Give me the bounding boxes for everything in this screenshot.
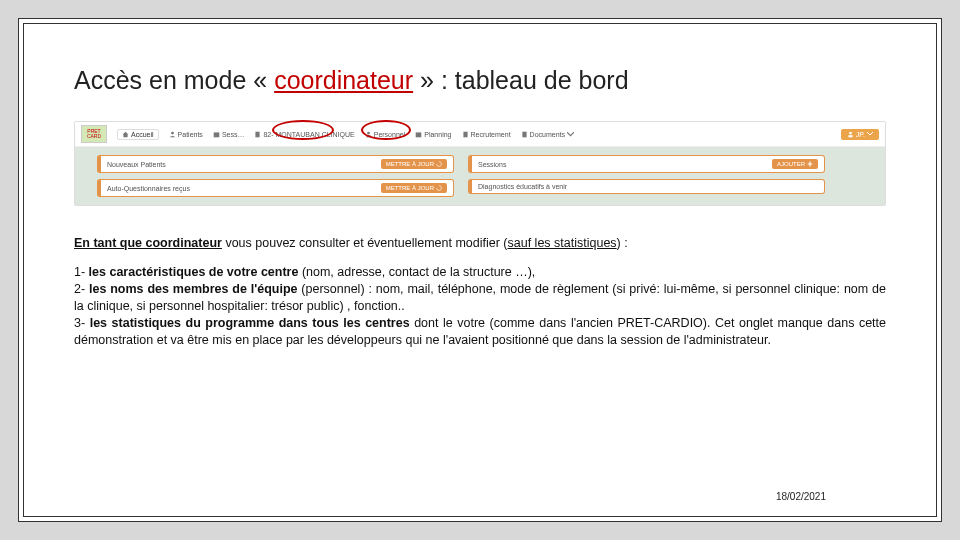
intro-paragraph: En tant que coordinateur vous pouvez con… <box>74 236 886 250</box>
intro-underline: sauf les statistiques <box>508 236 617 250</box>
svg-rect-4 <box>366 135 370 137</box>
svg-rect-2 <box>256 131 260 137</box>
nav-label: Accueil <box>131 131 154 138</box>
person-icon <box>365 131 372 138</box>
slide-date: 18/02/2021 <box>776 491 826 502</box>
nav-documents[interactable]: Documents <box>521 131 574 138</box>
nav-label: Patients <box>178 131 203 138</box>
dashboard-cards: Nouveaux Patients METTRE À JOUR Auto-Que… <box>75 147 885 205</box>
card-title: Diagnostics éducatifs à venir <box>478 183 567 190</box>
intro-tail: ) : <box>617 236 628 250</box>
app-logo: PRET CARD <box>81 125 107 143</box>
pt2-bold: les noms des membres de l'équipe <box>89 282 297 296</box>
card-auto-questionnaires: Auto-Questionnaires reçus METTRE À JOUR <box>97 179 454 197</box>
nav-patients[interactable]: Patients <box>169 131 203 138</box>
nav-planning[interactable]: Planning <box>415 131 451 138</box>
clipboard-icon <box>462 131 469 138</box>
nav-accueil[interactable]: Accueil <box>117 129 159 140</box>
refresh-icon <box>436 185 442 191</box>
nav-sessions[interactable]: Sess… <box>213 131 245 138</box>
users-icon <box>169 131 176 138</box>
nav-label: Recrutement <box>471 131 511 138</box>
nav-centre[interactable]: 82- MONTAUBAN CLINIQUE <box>254 131 354 138</box>
svg-point-0 <box>171 131 174 134</box>
btn-label: METTRE À JOUR <box>386 161 434 167</box>
user-menu[interactable]: JP. <box>841 129 879 140</box>
svg-rect-9 <box>848 135 852 137</box>
title-prefix: Accès en mode « <box>74 66 274 94</box>
logo-line2: CARD <box>87 134 101 139</box>
num: 3- <box>74 316 90 330</box>
svg-rect-1 <box>214 132 220 137</box>
nav-label: Planning <box>424 131 451 138</box>
title-suffix: » : tableau de bord <box>413 66 628 94</box>
nav-label: Sess… <box>222 131 245 138</box>
card-sessions: Sessions AJOUTER <box>468 155 825 173</box>
add-button[interactable]: AJOUTER <box>772 159 818 169</box>
num: 1- <box>74 265 89 279</box>
chevron-down-icon <box>567 131 574 138</box>
chevron-down-icon <box>867 132 873 136</box>
intro-rest: vous pouvez consulter et éventuellement … <box>222 236 508 250</box>
num: 2- <box>74 282 89 296</box>
update-button[interactable]: METTRE À JOUR <box>381 183 447 193</box>
nav-personnel[interactable]: Personnel <box>365 131 406 138</box>
title-coordinateur: coordinateur <box>274 66 413 94</box>
home-icon <box>122 131 129 138</box>
card-title: Sessions <box>478 161 506 168</box>
nav-recrutement[interactable]: Recrutement <box>462 131 511 138</box>
doc-icon <box>521 131 528 138</box>
pt3-bold: les statistiques du programme dans tous … <box>90 316 410 330</box>
update-button[interactable]: METTRE À JOUR <box>381 159 447 169</box>
embedded-screenshot: PRET CARD Accueil Patients Sess… 8 <box>74 121 886 206</box>
card-title: Nouveaux Patients <box>107 161 166 168</box>
nav-label: 82- MONTAUBAN CLINIQUE <box>263 131 354 138</box>
refresh-icon <box>436 161 442 167</box>
building-icon <box>254 131 261 138</box>
bullet-list: 1- les caractéristiques de votre centre … <box>74 264 886 348</box>
svg-rect-5 <box>416 132 422 137</box>
calendar-icon <box>213 131 220 138</box>
svg-rect-6 <box>463 131 467 137</box>
plus-icon <box>807 161 813 167</box>
nav-label: Personnel <box>374 131 406 138</box>
btn-label: METTRE À JOUR <box>386 185 434 191</box>
svg-point-8 <box>849 131 852 134</box>
btn-label: AJOUTER <box>777 161 805 167</box>
calendar-icon <box>415 131 422 138</box>
intro-lead-bold: En tant que coordinateur <box>74 236 222 250</box>
pt1-rest: (nom, adresse, contact de la structure …… <box>298 265 535 279</box>
slide-title: Accès en mode « coordinateur » : tableau… <box>74 66 886 95</box>
svg-point-3 <box>367 131 370 134</box>
slide-frame: Accès en mode « coordinateur » : tableau… <box>23 23 937 517</box>
svg-rect-7 <box>522 131 526 137</box>
user-name: JP. <box>856 131 865 138</box>
pt1-bold: les caractéristiques de votre centre <box>89 265 299 279</box>
card-title: Auto-Questionnaires reçus <box>107 185 190 192</box>
card-diagnostics: Diagnostics éducatifs à venir <box>468 179 825 194</box>
nav-label: Documents <box>530 131 565 138</box>
person-icon <box>847 131 854 138</box>
app-topbar: PRET CARD Accueil Patients Sess… 8 <box>75 122 885 147</box>
card-nouveaux-patients: Nouveaux Patients METTRE À JOUR <box>97 155 454 173</box>
